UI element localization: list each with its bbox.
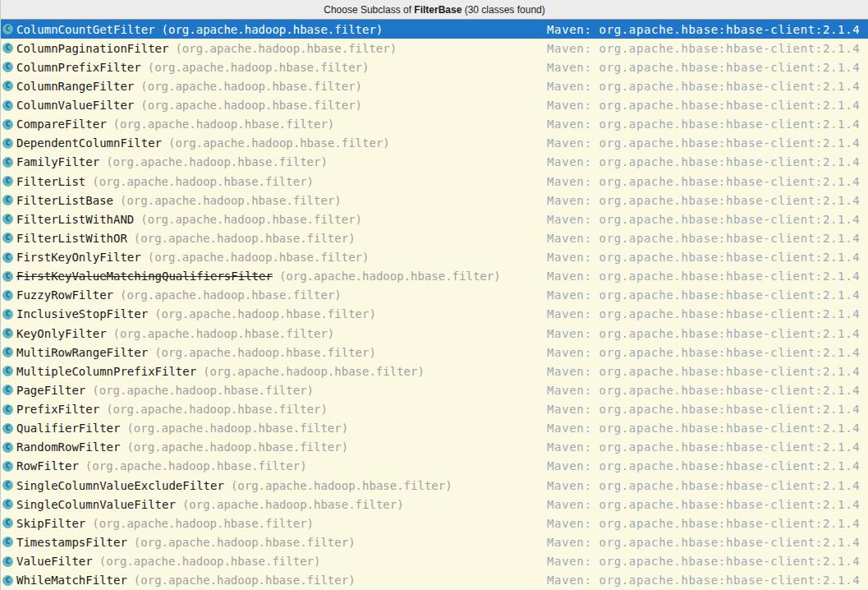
list-item[interactable]: C SkipFilter (org.apache.hadoop.hbase.fi… <box>1 514 868 532</box>
maven-coordinates: Maven: org.apache.hbase:hbase-client:2.1… <box>547 400 860 419</box>
maven-coordinates: Maven: org.apache.hbase:hbase-client:2.1… <box>547 457 860 476</box>
list-item[interactable]: C SingleColumnValueFilter (org.apache.ha… <box>1 495 868 514</box>
maven-coordinates: Maven: org.apache.hbase:hbase-client:2.1… <box>547 419 860 438</box>
list-item[interactable]: C InclusiveStopFilter (org.apache.hadoop… <box>1 305 868 324</box>
package-name: (org.apache.hadoop.hbase.filter) <box>92 517 314 530</box>
class-name: InclusiveStopFilter <box>16 307 148 320</box>
maven-coordinates: Maven: org.apache.hbase:hbase-client:2.1… <box>547 305 860 324</box>
package-name: (org.apache.hadoop.hbase.filter) <box>175 42 397 55</box>
class-list[interactable]: C ColumnCountGetFilter (org.apache.hadoo… <box>1 20 868 590</box>
package-name: (org.apache.hadoop.hbase.filter) <box>106 155 328 168</box>
list-item[interactable]: C ColumnPaginationFilter (org.apache.had… <box>1 39 868 58</box>
list-item[interactable]: C FilterListWithAND (org.apache.hadoop.h… <box>1 210 868 228</box>
list-item[interactable]: C FirstKeyValueMatchingQualifiersFilter … <box>1 267 868 286</box>
class-name: TimestampsFilter <box>16 536 127 549</box>
class-icon: C <box>2 233 13 243</box>
package-name: (org.apache.hadoop.hbase.filter) <box>113 327 335 340</box>
list-item[interactable]: C QualifierFilter (org.apache.hadoop.hba… <box>1 419 868 438</box>
list-item[interactable]: C RowFilter (org.apache.hadoop.hbase.fil… <box>1 457 868 476</box>
package-name: (org.apache.hadoop.hbase.filter) <box>99 555 321 568</box>
package-name: (org.apache.hadoop.hbase.filter) <box>120 194 342 207</box>
package-name: (org.apache.hadoop.hbase.filter) <box>154 307 376 320</box>
list-item[interactable]: C FilterListBase (org.apache.hadoop.hbas… <box>1 191 868 210</box>
class-name: FilterList <box>16 175 85 188</box>
package-name: (org.apache.hadoop.hbase.filter) <box>85 459 307 472</box>
class-icon: C <box>2 81 13 91</box>
class-icon: C <box>2 404 13 415</box>
class-name: DependentColumnFilter <box>16 136 162 150</box>
maven-coordinates: Maven: org.apache.hbase:hbase-client:2.1… <box>547 552 860 571</box>
package-name: (org.apache.hadoop.hbase.filter) <box>154 346 376 359</box>
list-item[interactable]: C SingleColumnValueExcludeFilter (org.ap… <box>1 476 868 495</box>
package-name: (org.apache.hadoop.hbase.filter) <box>140 80 362 93</box>
class-name: SingleColumnValueExcludeFilter <box>16 479 224 492</box>
list-item[interactable]: C FilterListWithOR (org.apache.hadoop.hb… <box>1 228 868 247</box>
class-icon: C <box>2 176 13 187</box>
package-name: (org.apache.hadoop.hbase.filter) <box>203 365 425 378</box>
class-icon: C <box>2 195 13 205</box>
maven-coordinates: Maven: org.apache.hbase:hbase-client:2.1… <box>547 532 860 551</box>
class-icon: C <box>2 499 13 509</box>
list-item[interactable]: C MultipleColumnPrefixFilter (org.apache… <box>1 362 868 380</box>
class-name: FamilyFilter <box>16 155 99 168</box>
list-item[interactable]: C FilterList (org.apache.hadoop.hbase.fi… <box>1 172 868 191</box>
class-name: FilterListWithOR <box>16 232 127 245</box>
maven-coordinates: Maven: org.apache.hbase:hbase-client:2.1… <box>547 362 860 380</box>
class-icon: C <box>2 480 13 491</box>
maven-coordinates: Maven: org.apache.hbase:hbase-client:2.1… <box>547 267 860 286</box>
package-name: (org.apache.hadoop.hbase.filter) <box>168 136 390 150</box>
package-name: (org.apache.hadoop.hbase.filter) <box>92 175 314 188</box>
list-item[interactable]: C FirstKeyOnlyFilter (org.apache.hadoop.… <box>1 248 868 267</box>
package-name: (org.apache.hadoop.hbase.filter) <box>148 251 370 264</box>
maven-coordinates: Maven: org.apache.hbase:hbase-client:2.1… <box>547 228 860 247</box>
class-name: ColumnCountGetFilter <box>16 23 155 36</box>
list-item[interactable]: C RandomRowFilter (org.apache.hadoop.hba… <box>1 438 868 457</box>
class-icon: C <box>2 309 13 320</box>
list-item[interactable]: C ColumnRangeFilter (org.apache.hadoop.h… <box>1 76 868 95</box>
class-icon: C <box>2 138 13 149</box>
list-item[interactable]: C PageFilter (org.apache.hadoop.hbase.fi… <box>1 380 868 399</box>
list-item[interactable]: C PrefixFilter (org.apache.hadoop.hbase.… <box>1 400 868 419</box>
package-name: (org.apache.hadoop.hbase.filter) <box>140 99 362 112</box>
list-item[interactable]: C ValueFilter (org.apache.hadoop.hbase.f… <box>1 552 868 571</box>
list-item[interactable]: C ColumnCountGetFilter (org.apache.hadoo… <box>1 20 868 39</box>
list-item[interactable]: C CompareFilter (org.apache.hadoop.hbase… <box>1 115 868 134</box>
class-name: FirstKeyOnlyFilter <box>16 251 141 264</box>
list-item[interactable]: C DependentColumnFilter (org.apache.hado… <box>1 134 868 153</box>
class-name: MultipleColumnPrefixFilter <box>16 365 196 378</box>
maven-coordinates: Maven: org.apache.hbase:hbase-client:2.1… <box>547 495 860 514</box>
package-name: (org.apache.hadoop.hbase.filter) <box>126 440 348 454</box>
list-item[interactable]: C KeyOnlyFilter (org.apache.hadoop.hbase… <box>1 324 868 343</box>
class-icon: C <box>2 366 13 376</box>
class-name: MultiRowRangeFilter <box>16 346 148 359</box>
maven-coordinates: Maven: org.apache.hbase:hbase-client:2.1… <box>547 286 860 305</box>
package-name: (org.apache.hadoop.hbase.filter) <box>134 574 356 587</box>
list-item[interactable]: C TimestampsFilter (org.apache.hadoop.hb… <box>1 532 868 551</box>
list-item[interactable]: C FuzzyRowFilter (org.apache.hadoop.hbas… <box>1 286 868 305</box>
package-name: (org.apache.hadoop.hbase.filter) <box>140 213 362 226</box>
maven-coordinates: Maven: org.apache.hbase:hbase-client:2.1… <box>547 172 860 191</box>
list-item[interactable]: C FamilyFilter (org.apache.hadoop.hbase.… <box>1 153 868 172</box>
class-name: ValueFilter <box>16 555 93 568</box>
list-item[interactable]: C WhileMatchFilter (org.apache.hadoop.hb… <box>1 571 868 590</box>
list-item[interactable]: C ColumnPrefixFilter (org.apache.hadoop.… <box>1 58 868 76</box>
popup-title-bar: Choose Subclass of FilterBase (30 classe… <box>1 0 868 20</box>
class-name: WhileMatchFilter <box>16 574 127 587</box>
maven-coordinates: Maven: org.apache.hbase:hbase-client:2.1… <box>547 134 860 153</box>
maven-coordinates: Maven: org.apache.hbase:hbase-client:2.1… <box>547 248 860 267</box>
class-icon: C <box>2 556 13 567</box>
class-name: SingleColumnValueFilter <box>16 498 176 511</box>
class-icon: C <box>2 537 13 547</box>
maven-coordinates: Maven: org.apache.hbase:hbase-client:2.1… <box>547 343 860 362</box>
class-icon: C <box>2 24 13 35</box>
class-icon: C <box>2 385 13 395</box>
class-icon: C <box>2 423 13 434</box>
maven-coordinates: Maven: org.apache.hbase:hbase-client:2.1… <box>547 571 860 590</box>
list-item[interactable]: C ColumnValueFilter (org.apache.hadoop.h… <box>1 96 868 115</box>
list-item[interactable]: C MultiRowRangeFilter (org.apache.hadoop… <box>1 343 868 362</box>
package-name: (org.apache.hadoop.hbase.filter) <box>113 118 335 131</box>
class-name: PrefixFilter <box>16 403 99 416</box>
popup-title: Choose Subclass of FilterBase (30 classe… <box>324 4 544 16</box>
class-icon: C <box>2 575 13 586</box>
class-name: FilterListWithAND <box>16 213 134 226</box>
